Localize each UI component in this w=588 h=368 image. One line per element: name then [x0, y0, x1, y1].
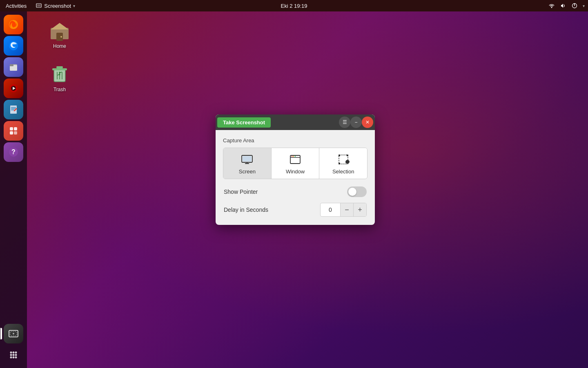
dock-help[interactable]: ?	[4, 142, 23, 162]
firefox-icon	[7, 18, 20, 31]
svg-marker-38	[51, 23, 69, 29]
activities-button[interactable]: Activities	[0, 0, 32, 11]
dock-files[interactable]	[4, 57, 23, 77]
svg-point-29	[15, 352, 17, 354]
screenshot-topbar-icon	[36, 2, 42, 9]
svg-point-31	[13, 354, 15, 356]
dialog-body: Capture Area Screen	[216, 130, 375, 225]
topbar-app-arrow[interactable]: ▾	[73, 4, 75, 8]
topbar-arrow[interactable]: ▾	[583, 4, 585, 8]
svg-point-34	[13, 357, 15, 359]
selection-icon	[337, 153, 350, 166]
svg-rect-17	[11, 110, 14, 110]
desktop-icon-home[interactable]: Home	[43, 16, 76, 52]
capture-screen-button[interactable]: Screen	[223, 148, 272, 179]
delay-control: − +	[320, 203, 367, 217]
capture-selection-button[interactable]: Selection	[319, 148, 367, 179]
dock-grid[interactable]	[4, 345, 23, 365]
dialog-minimize-button[interactable]: −	[350, 117, 362, 128]
svg-rect-19	[14, 127, 17, 130]
svg-rect-59	[347, 155, 348, 156]
dock-firefox[interactable]	[4, 15, 23, 34]
svg-point-28	[13, 352, 15, 354]
show-pointer-label: Show Pointer	[224, 188, 347, 195]
svg-rect-9	[10, 64, 13, 66]
trash-icon-svg	[49, 63, 70, 84]
dock-screenshot[interactable]	[4, 324, 23, 343]
window-icon	[289, 153, 302, 166]
svg-point-54	[292, 156, 292, 157]
window-label: Window	[286, 168, 305, 175]
home-icon-svg	[49, 20, 70, 41]
trash-folder-icon	[48, 62, 71, 85]
svg-point-2	[551, 7, 552, 8]
thunderbird-icon	[7, 40, 20, 52]
dialog-title: Take Screenshot	[217, 117, 271, 128]
writer-icon	[7, 103, 20, 116]
delay-label: Delay in Seconds	[224, 206, 320, 213]
svg-point-32	[15, 354, 17, 356]
svg-rect-44	[56, 66, 63, 68]
svg-rect-21	[14, 131, 17, 135]
topbar-right: ▾	[548, 2, 588, 9]
help-icon: ?	[7, 146, 20, 158]
capture-area-label: Capture Area	[223, 137, 368, 144]
dock-thunderbird[interactable]	[4, 36, 23, 56]
show-pointer-toggle[interactable]	[347, 186, 367, 197]
dock: ?	[0, 11, 27, 368]
desktop-icon-trash[interactable]: Trash	[43, 60, 76, 95]
screenshot-dialog: Take Screenshot ☰ − ✕ Capture Area Scree…	[216, 114, 375, 225]
svg-rect-18	[10, 127, 13, 130]
svg-rect-58	[339, 155, 340, 156]
svg-rect-49	[243, 156, 252, 162]
topbar-app[interactable]: Screenshot ▾	[32, 0, 78, 11]
topbar-clock: Eki 2 19:19	[281, 3, 307, 9]
svg-point-40	[60, 36, 62, 38]
svg-rect-16	[11, 108, 16, 109]
grid-icon	[8, 349, 19, 361]
topbar: Activities Screenshot ▾ Eki 2 19:19 ▾	[0, 0, 588, 11]
delay-value-input[interactable]	[321, 205, 340, 215]
appcenter-icon	[7, 125, 20, 137]
svg-rect-43	[52, 68, 67, 70]
screenshot-dock-icon	[7, 328, 20, 340]
home-label: Home	[53, 43, 66, 49]
dialog-close-button[interactable]: ✕	[362, 117, 373, 128]
screen-label: Screen	[239, 168, 256, 175]
delay-minus-button[interactable]: −	[340, 203, 353, 216]
capture-options: Screen Window	[223, 148, 368, 179]
screen-icon	[241, 153, 254, 166]
home-folder-icon	[48, 19, 71, 42]
svg-rect-60	[339, 163, 340, 164]
dock-rhythmbox[interactable]	[4, 79, 23, 98]
svg-text:?: ?	[11, 148, 16, 155]
dock-bottom	[4, 324, 23, 368]
svg-rect-20	[10, 131, 13, 135]
toggle-knob	[348, 188, 356, 196]
svg-point-26	[13, 333, 14, 334]
dock-writer[interactable]	[4, 100, 23, 119]
rhythmbox-icon	[7, 82, 20, 94]
delay-plus-button[interactable]: +	[353, 203, 366, 216]
trash-label: Trash	[53, 87, 66, 92]
svg-point-55	[293, 156, 294, 157]
power-icon[interactable]	[571, 2, 578, 9]
show-pointer-row: Show Pointer	[223, 186, 368, 197]
svg-point-56	[295, 156, 296, 157]
svg-point-33	[10, 357, 12, 359]
dialog-menu-button[interactable]: ☰	[339, 117, 350, 128]
svg-rect-15	[11, 107, 16, 108]
files-icon	[7, 61, 20, 73]
svg-point-27	[10, 352, 12, 354]
dialog-titlebar: Take Screenshot ☰ − ✕	[216, 114, 375, 130]
volume-icon	[560, 2, 566, 9]
dock-appcenter[interactable]	[4, 121, 23, 141]
network-icon	[548, 2, 555, 9]
topbar-app-name: Screenshot	[44, 3, 71, 9]
delay-row: Delay in Seconds − +	[223, 203, 368, 217]
svg-point-35	[15, 357, 17, 359]
selection-label: Selection	[332, 168, 354, 175]
svg-point-30	[10, 354, 12, 356]
svg-rect-1	[37, 4, 40, 7]
capture-window-button[interactable]: Window	[272, 148, 320, 179]
